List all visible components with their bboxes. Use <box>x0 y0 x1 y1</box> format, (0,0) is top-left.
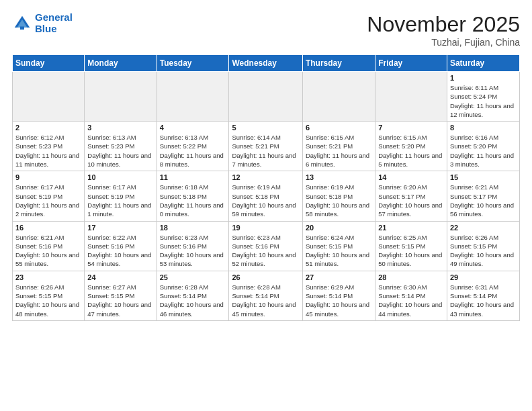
day-info: Sunrise: 6:12 AM Sunset: 5:23 PM Dayligh… <box>15 133 81 169</box>
title-block: November 2025 Tuzhai, Fujian, China <box>367 12 520 48</box>
table-row: 18Sunrise: 6:23 AM Sunset: 5:16 PM Dayli… <box>157 221 229 271</box>
logo: General Blue <box>12 12 73 34</box>
day-number: 10 <box>87 173 153 181</box>
day-info: Sunrise: 6:15 AM Sunset: 5:21 PM Dayligh… <box>306 133 372 169</box>
table-row: 5Sunrise: 6:14 AM Sunset: 5:21 PM Daylig… <box>229 122 302 171</box>
day-number: 20 <box>306 224 372 232</box>
table-row: 16Sunrise: 6:21 AM Sunset: 5:16 PM Dayli… <box>13 221 85 271</box>
day-number: 19 <box>232 224 299 232</box>
table-row: 21Sunrise: 6:25 AM Sunset: 5:15 PM Dayli… <box>375 221 447 271</box>
day-info: Sunrise: 6:13 AM Sunset: 5:23 PM Dayligh… <box>87 133 153 169</box>
day-number: 15 <box>450 173 517 181</box>
th-wednesday: Wednesday <box>229 55 302 72</box>
day-number: 28 <box>378 273 444 281</box>
table-row: 11Sunrise: 6:18 AM Sunset: 5:18 PM Dayli… <box>157 171 229 221</box>
th-saturday: Saturday <box>447 55 519 72</box>
logo-text: General Blue <box>35 12 73 34</box>
day-info: Sunrise: 6:23 AM Sunset: 5:16 PM Dayligh… <box>232 233 299 269</box>
day-number: 11 <box>160 173 226 181</box>
day-number: 22 <box>450 224 517 232</box>
table-row: 27Sunrise: 6:29 AM Sunset: 5:14 PM Dayli… <box>302 271 375 320</box>
day-info: Sunrise: 6:24 AM Sunset: 5:15 PM Dayligh… <box>306 233 372 269</box>
day-number: 16 <box>15 224 81 232</box>
day-number: 23 <box>15 273 81 281</box>
day-info: Sunrise: 6:14 AM Sunset: 5:21 PM Dayligh… <box>232 133 299 169</box>
table-row: 6Sunrise: 6:15 AM Sunset: 5:21 PM Daylig… <box>302 122 375 171</box>
day-number: 7 <box>378 124 444 132</box>
table-row <box>157 72 229 122</box>
table-row: 2Sunrise: 6:12 AM Sunset: 5:23 PM Daylig… <box>13 122 85 171</box>
day-info: Sunrise: 6:21 AM Sunset: 5:16 PM Dayligh… <box>15 233 81 269</box>
table-row: 28Sunrise: 6:30 AM Sunset: 5:14 PM Dayli… <box>375 271 447 320</box>
month-title: November 2025 <box>367 12 520 37</box>
day-info: Sunrise: 6:23 AM Sunset: 5:16 PM Dayligh… <box>160 233 226 269</box>
day-number: 5 <box>232 124 299 132</box>
logo-blue: Blue <box>35 23 57 34</box>
day-number: 6 <box>306 124 372 132</box>
day-info: Sunrise: 6:15 AM Sunset: 5:20 PM Dayligh… <box>378 133 444 169</box>
subtitle: Tuzhai, Fujian, China <box>367 37 520 48</box>
svg-rect-2 <box>20 26 24 30</box>
table-row <box>85 72 157 122</box>
calendar: Sunday Monday Tuesday Wednesday Thursday… <box>12 54 520 321</box>
table-row <box>229 72 302 122</box>
day-number: 13 <box>306 173 372 181</box>
table-row: 4Sunrise: 6:13 AM Sunset: 5:22 PM Daylig… <box>157 122 229 171</box>
day-info: Sunrise: 6:28 AM Sunset: 5:14 PM Dayligh… <box>160 283 226 318</box>
day-info: Sunrise: 6:22 AM Sunset: 5:16 PM Dayligh… <box>87 233 153 269</box>
day-info: Sunrise: 6:19 AM Sunset: 5:18 PM Dayligh… <box>232 183 299 218</box>
day-number: 12 <box>232 173 299 181</box>
table-row: 19Sunrise: 6:23 AM Sunset: 5:16 PM Dayli… <box>229 221 302 271</box>
day-info: Sunrise: 6:17 AM Sunset: 5:19 PM Dayligh… <box>15 183 81 218</box>
th-sunday: Sunday <box>13 55 85 72</box>
day-number: 29 <box>450 273 517 281</box>
day-number: 14 <box>378 173 444 181</box>
table-row: 29Sunrise: 6:31 AM Sunset: 5:14 PM Dayli… <box>447 271 519 320</box>
day-info: Sunrise: 6:18 AM Sunset: 5:18 PM Dayligh… <box>160 183 226 218</box>
day-info: Sunrise: 6:21 AM Sunset: 5:17 PM Dayligh… <box>450 183 517 218</box>
table-row: 14Sunrise: 6:20 AM Sunset: 5:17 PM Dayli… <box>375 171 447 221</box>
table-row: 12Sunrise: 6:19 AM Sunset: 5:18 PM Dayli… <box>229 171 302 221</box>
table-row: 3Sunrise: 6:13 AM Sunset: 5:23 PM Daylig… <box>85 122 157 171</box>
day-info: Sunrise: 6:31 AM Sunset: 5:14 PM Dayligh… <box>450 283 517 318</box>
day-info: Sunrise: 6:27 AM Sunset: 5:15 PM Dayligh… <box>87 283 153 318</box>
table-row: 1Sunrise: 6:11 AM Sunset: 5:24 PM Daylig… <box>447 72 519 122</box>
day-number: 25 <box>160 273 226 281</box>
table-row: 10Sunrise: 6:17 AM Sunset: 5:19 PM Dayli… <box>85 171 157 221</box>
day-number: 21 <box>378 224 444 232</box>
day-number: 4 <box>160 124 226 132</box>
day-info: Sunrise: 6:28 AM Sunset: 5:14 PM Dayligh… <box>232 283 299 318</box>
table-row <box>375 72 447 122</box>
table-row: 17Sunrise: 6:22 AM Sunset: 5:16 PM Dayli… <box>85 221 157 271</box>
day-number: 9 <box>15 173 81 181</box>
day-info: Sunrise: 6:29 AM Sunset: 5:14 PM Dayligh… <box>306 283 372 318</box>
day-number: 17 <box>87 224 153 232</box>
day-info: Sunrise: 6:13 AM Sunset: 5:22 PM Dayligh… <box>160 133 226 169</box>
day-number: 24 <box>87 273 153 281</box>
table-row: 25Sunrise: 6:28 AM Sunset: 5:14 PM Dayli… <box>157 271 229 320</box>
logo-general: General <box>35 11 73 23</box>
day-info: Sunrise: 6:25 AM Sunset: 5:15 PM Dayligh… <box>378 233 444 269</box>
day-info: Sunrise: 6:16 AM Sunset: 5:20 PM Dayligh… <box>450 133 517 169</box>
page: General Blue November 2025 Tuzhai, Fujia… <box>0 0 532 411</box>
day-number: 18 <box>160 224 226 232</box>
weekday-header-row: Sunday Monday Tuesday Wednesday Thursday… <box>13 55 520 72</box>
table-row: 7Sunrise: 6:15 AM Sunset: 5:20 PM Daylig… <box>375 122 447 171</box>
day-info: Sunrise: 6:17 AM Sunset: 5:19 PM Dayligh… <box>87 183 153 218</box>
day-info: Sunrise: 6:30 AM Sunset: 5:14 PM Dayligh… <box>378 283 444 318</box>
day-info: Sunrise: 6:26 AM Sunset: 5:15 PM Dayligh… <box>15 283 81 318</box>
day-info: Sunrise: 6:19 AM Sunset: 5:18 PM Dayligh… <box>306 183 372 218</box>
header: General Blue November 2025 Tuzhai, Fujia… <box>12 12 520 48</box>
day-number: 27 <box>306 273 372 281</box>
table-row <box>302 72 375 122</box>
table-row: 20Sunrise: 6:24 AM Sunset: 5:15 PM Dayli… <box>302 221 375 271</box>
day-info: Sunrise: 6:26 AM Sunset: 5:15 PM Dayligh… <box>450 233 517 269</box>
table-row: 23Sunrise: 6:26 AM Sunset: 5:15 PM Dayli… <box>13 271 85 320</box>
table-row: 15Sunrise: 6:21 AM Sunset: 5:17 PM Dayli… <box>447 171 519 221</box>
th-monday: Monday <box>85 55 157 72</box>
th-tuesday: Tuesday <box>157 55 229 72</box>
table-row: 13Sunrise: 6:19 AM Sunset: 5:18 PM Dayli… <box>302 171 375 221</box>
table-row <box>13 72 85 122</box>
day-number: 8 <box>450 124 517 132</box>
day-info: Sunrise: 6:11 AM Sunset: 5:24 PM Dayligh… <box>450 83 517 119</box>
